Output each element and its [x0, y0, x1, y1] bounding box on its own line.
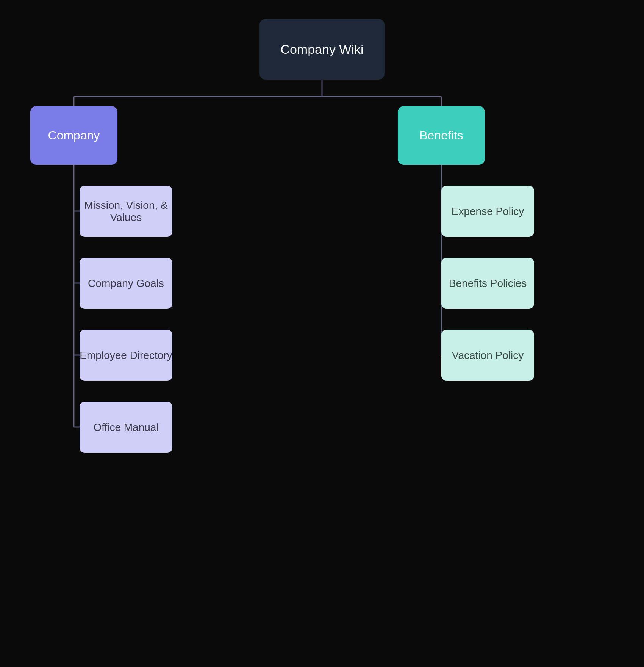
root-node[interactable]: Company Wiki — [259, 19, 385, 80]
root-node-label: Company Wiki — [280, 42, 363, 57]
expense-policy-node[interactable]: Expense Policy — [441, 186, 534, 237]
benefits-node-label: Benefits — [419, 128, 463, 142]
expense-policy-node-label: Expense Policy — [452, 205, 524, 218]
employee-directory-node[interactable]: Employee Directory — [80, 330, 172, 381]
company-node-label: Company — [48, 128, 100, 142]
benefits-policies-node[interactable]: Benefits Policies — [441, 258, 534, 309]
benefits-node[interactable]: Benefits — [398, 106, 485, 165]
company-goals-node-label: Company Goals — [88, 277, 164, 290]
office-manual-node[interactable]: Office Manual — [80, 402, 172, 453]
office-manual-node-label: Office Manual — [93, 421, 158, 434]
vacation-policy-node[interactable]: Vacation Policy — [441, 330, 534, 381]
benefits-policies-node-label: Benefits Policies — [449, 277, 527, 290]
vacation-policy-node-label: Vacation Policy — [452, 349, 524, 362]
company-node[interactable]: Company — [30, 106, 117, 165]
mvv-node-label: Mission, Vision, & Values — [80, 199, 172, 224]
employee-directory-node-label: Employee Directory — [80, 349, 172, 362]
mvv-node[interactable]: Mission, Vision, & Values — [80, 186, 172, 237]
org-chart-diagram: Company Wiki Company Benefits Mission, V… — [0, 0, 644, 667]
company-goals-node[interactable]: Company Goals — [80, 258, 172, 309]
